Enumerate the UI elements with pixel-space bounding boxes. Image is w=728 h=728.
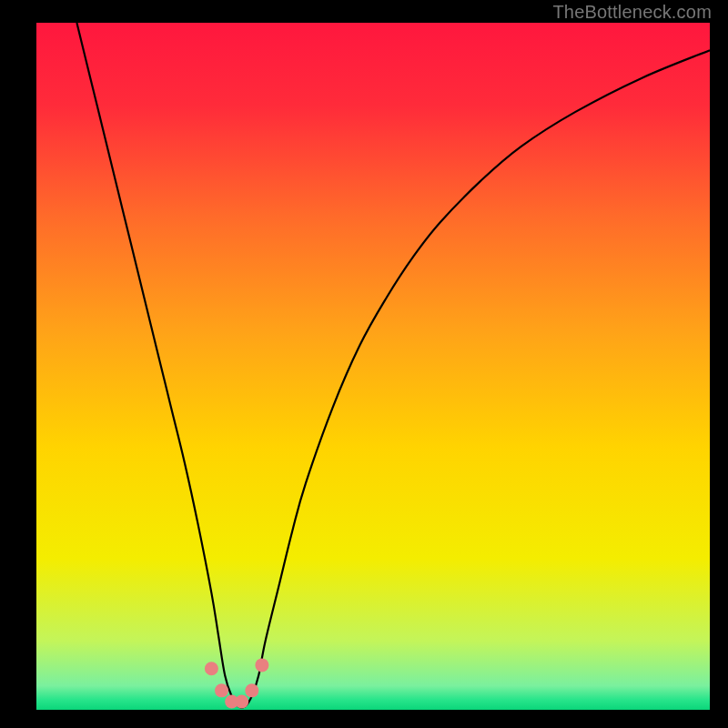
highlight-dot xyxy=(245,683,258,697)
bottleneck-curve xyxy=(76,23,710,708)
watermark-text: TheBottleneck.com xyxy=(552,2,712,23)
chart-frame: TheBottleneck.com xyxy=(0,0,728,728)
highlight-dots xyxy=(205,658,269,708)
highlight-dot xyxy=(255,658,268,672)
highlight-dot xyxy=(215,683,228,697)
curve-layer xyxy=(36,23,710,710)
highlight-dot xyxy=(205,662,218,675)
plot-area xyxy=(36,23,710,710)
highlight-dot xyxy=(235,694,248,708)
